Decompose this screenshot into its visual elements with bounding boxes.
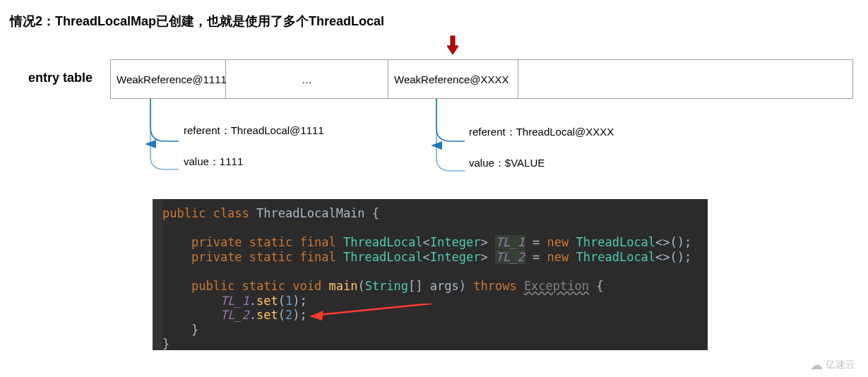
code-block: public class ThreadLocalMain { private s… (153, 199, 708, 350)
code-gutter (153, 199, 162, 350)
code-content: public class ThreadLocalMain { private s… (162, 206, 691, 350)
table-cell: WeakReference@XXXX (388, 59, 518, 99)
svg-rect-0 (451, 36, 455, 46)
arrow-down-icon (445, 35, 460, 57)
svg-line-4 (318, 304, 432, 315)
table-cell: WeakReference@1111 (110, 59, 226, 99)
page-title: 情况2：ThreadLocalMap已创建，也就是使用了多个ThreadLoca… (10, 13, 384, 30)
svg-marker-5 (309, 311, 323, 321)
watermark-text: 亿速云 (826, 359, 855, 371)
detail-left-referent: referent：ThreadLocal@1111 (184, 124, 324, 138)
table-cell (518, 59, 853, 99)
detail-right-referent: referent：ThreadLocal@XXXX (469, 126, 614, 139)
connector-left-icon (139, 99, 189, 189)
detail-left-value: value：1111 (184, 155, 243, 169)
table-cell: … (226, 59, 388, 99)
entry-table-label: entry table (28, 71, 93, 85)
watermark: ☁ 亿速云 (810, 357, 855, 373)
entry-table: WeakReference@1111 … WeakReference@XXXX (110, 59, 853, 99)
detail-right-value: value：$VALUE (469, 157, 545, 170)
code-arrow-icon (308, 304, 435, 321)
cloud-icon: ☁ (810, 357, 823, 373)
connector-right-icon (425, 99, 475, 189)
svg-marker-1 (447, 46, 458, 54)
